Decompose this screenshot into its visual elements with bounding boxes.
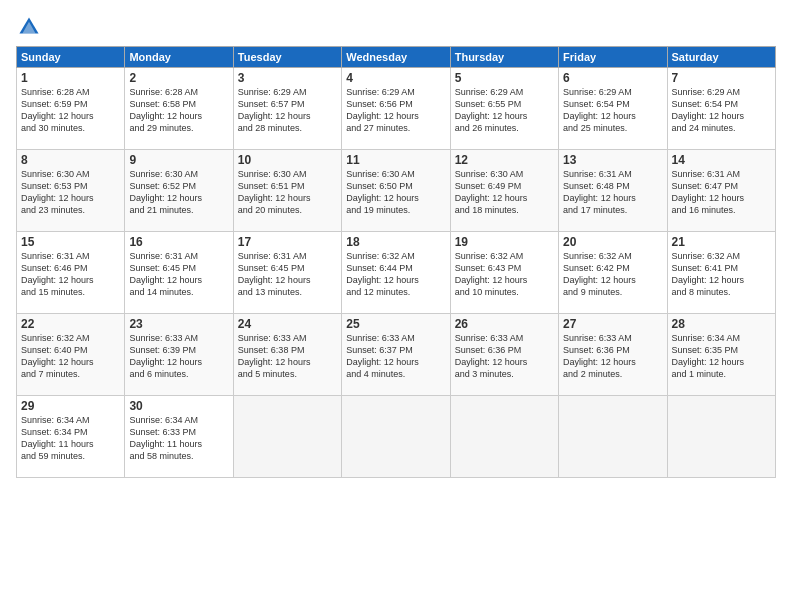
calendar-cell: 19 Sunrise: 6:32 AMSunset: 6:43 PMDaylig…	[450, 232, 558, 314]
calendar-cell: 30 Sunrise: 6:34 AMSunset: 6:33 PMDaylig…	[125, 396, 233, 478]
calendar-cell	[450, 396, 558, 478]
weekday-header-thursday: Thursday	[450, 47, 558, 68]
weekday-header-saturday: Saturday	[667, 47, 775, 68]
day-info: Sunrise: 6:29 AMSunset: 6:54 PMDaylight:…	[672, 86, 771, 135]
day-number: 14	[672, 153, 771, 167]
day-number: 13	[563, 153, 662, 167]
day-number: 7	[672, 71, 771, 85]
day-info: Sunrise: 6:29 AMSunset: 6:57 PMDaylight:…	[238, 86, 337, 135]
day-info: Sunrise: 6:33 AMSunset: 6:36 PMDaylight:…	[455, 332, 554, 381]
calendar-cell: 11 Sunrise: 6:30 AMSunset: 6:50 PMDaylig…	[342, 150, 450, 232]
day-number: 17	[238, 235, 337, 249]
day-number: 12	[455, 153, 554, 167]
day-number: 15	[21, 235, 120, 249]
calendar-cell: 21 Sunrise: 6:32 AMSunset: 6:41 PMDaylig…	[667, 232, 775, 314]
calendar-cell: 8 Sunrise: 6:30 AMSunset: 6:53 PMDayligh…	[17, 150, 125, 232]
day-number: 4	[346, 71, 445, 85]
day-info: Sunrise: 6:29 AMSunset: 6:55 PMDaylight:…	[455, 86, 554, 135]
day-number: 21	[672, 235, 771, 249]
day-number: 8	[21, 153, 120, 167]
day-info: Sunrise: 6:30 AMSunset: 6:51 PMDaylight:…	[238, 168, 337, 217]
calendar-cell: 18 Sunrise: 6:32 AMSunset: 6:44 PMDaylig…	[342, 232, 450, 314]
calendar-week-row: 1 Sunrise: 6:28 AMSunset: 6:59 PMDayligh…	[17, 68, 776, 150]
day-number: 19	[455, 235, 554, 249]
day-info: Sunrise: 6:30 AMSunset: 6:49 PMDaylight:…	[455, 168, 554, 217]
calendar-cell	[342, 396, 450, 478]
weekday-header-tuesday: Tuesday	[233, 47, 341, 68]
page: SundayMondayTuesdayWednesdayThursdayFrid…	[0, 0, 792, 612]
day-number: 22	[21, 317, 120, 331]
day-number: 29	[21, 399, 120, 413]
calendar-cell	[559, 396, 667, 478]
day-info: Sunrise: 6:33 AMSunset: 6:38 PMDaylight:…	[238, 332, 337, 381]
calendar-week-row: 15 Sunrise: 6:31 AMSunset: 6:46 PMDaylig…	[17, 232, 776, 314]
calendar-cell: 29 Sunrise: 6:34 AMSunset: 6:34 PMDaylig…	[17, 396, 125, 478]
day-number: 5	[455, 71, 554, 85]
day-info: Sunrise: 6:31 AMSunset: 6:45 PMDaylight:…	[129, 250, 228, 299]
day-info: Sunrise: 6:28 AMSunset: 6:59 PMDaylight:…	[21, 86, 120, 135]
calendar-cell: 14 Sunrise: 6:31 AMSunset: 6:47 PMDaylig…	[667, 150, 775, 232]
day-number: 11	[346, 153, 445, 167]
calendar-cell: 2 Sunrise: 6:28 AMSunset: 6:58 PMDayligh…	[125, 68, 233, 150]
calendar-cell: 25 Sunrise: 6:33 AMSunset: 6:37 PMDaylig…	[342, 314, 450, 396]
day-info: Sunrise: 6:32 AMSunset: 6:42 PMDaylight:…	[563, 250, 662, 299]
logo	[16, 16, 44, 38]
day-info: Sunrise: 6:34 AMSunset: 6:35 PMDaylight:…	[672, 332, 771, 381]
calendar-cell: 15 Sunrise: 6:31 AMSunset: 6:46 PMDaylig…	[17, 232, 125, 314]
day-info: Sunrise: 6:28 AMSunset: 6:58 PMDaylight:…	[129, 86, 228, 135]
day-info: Sunrise: 6:30 AMSunset: 6:53 PMDaylight:…	[21, 168, 120, 217]
calendar-week-row: 8 Sunrise: 6:30 AMSunset: 6:53 PMDayligh…	[17, 150, 776, 232]
calendar-cell: 6 Sunrise: 6:29 AMSunset: 6:54 PMDayligh…	[559, 68, 667, 150]
calendar-cell	[233, 396, 341, 478]
day-number: 28	[672, 317, 771, 331]
calendar-cell: 22 Sunrise: 6:32 AMSunset: 6:40 PMDaylig…	[17, 314, 125, 396]
day-number: 30	[129, 399, 228, 413]
calendar-cell: 7 Sunrise: 6:29 AMSunset: 6:54 PMDayligh…	[667, 68, 775, 150]
weekday-header-wednesday: Wednesday	[342, 47, 450, 68]
calendar-cell: 3 Sunrise: 6:29 AMSunset: 6:57 PMDayligh…	[233, 68, 341, 150]
calendar-cell: 24 Sunrise: 6:33 AMSunset: 6:38 PMDaylig…	[233, 314, 341, 396]
day-info: Sunrise: 6:30 AMSunset: 6:52 PMDaylight:…	[129, 168, 228, 217]
calendar-cell: 16 Sunrise: 6:31 AMSunset: 6:45 PMDaylig…	[125, 232, 233, 314]
day-info: Sunrise: 6:32 AMSunset: 6:40 PMDaylight:…	[21, 332, 120, 381]
weekday-header-sunday: Sunday	[17, 47, 125, 68]
calendar-cell: 26 Sunrise: 6:33 AMSunset: 6:36 PMDaylig…	[450, 314, 558, 396]
calendar-cell: 5 Sunrise: 6:29 AMSunset: 6:55 PMDayligh…	[450, 68, 558, 150]
calendar-cell: 13 Sunrise: 6:31 AMSunset: 6:48 PMDaylig…	[559, 150, 667, 232]
calendar-cell: 1 Sunrise: 6:28 AMSunset: 6:59 PMDayligh…	[17, 68, 125, 150]
logo-icon	[18, 16, 40, 38]
day-number: 16	[129, 235, 228, 249]
day-number: 2	[129, 71, 228, 85]
calendar-cell: 20 Sunrise: 6:32 AMSunset: 6:42 PMDaylig…	[559, 232, 667, 314]
day-number: 20	[563, 235, 662, 249]
calendar-cell: 9 Sunrise: 6:30 AMSunset: 6:52 PMDayligh…	[125, 150, 233, 232]
day-number: 9	[129, 153, 228, 167]
day-info: Sunrise: 6:33 AMSunset: 6:36 PMDaylight:…	[563, 332, 662, 381]
day-info: Sunrise: 6:34 AMSunset: 6:33 PMDaylight:…	[129, 414, 228, 463]
calendar-cell: 23 Sunrise: 6:33 AMSunset: 6:39 PMDaylig…	[125, 314, 233, 396]
day-number: 26	[455, 317, 554, 331]
day-number: 3	[238, 71, 337, 85]
calendar-cell: 4 Sunrise: 6:29 AMSunset: 6:56 PMDayligh…	[342, 68, 450, 150]
calendar-cell: 12 Sunrise: 6:30 AMSunset: 6:49 PMDaylig…	[450, 150, 558, 232]
day-info: Sunrise: 6:33 AMSunset: 6:39 PMDaylight:…	[129, 332, 228, 381]
day-info: Sunrise: 6:31 AMSunset: 6:47 PMDaylight:…	[672, 168, 771, 217]
weekday-header-friday: Friday	[559, 47, 667, 68]
day-info: Sunrise: 6:32 AMSunset: 6:43 PMDaylight:…	[455, 250, 554, 299]
day-number: 27	[563, 317, 662, 331]
day-info: Sunrise: 6:29 AMSunset: 6:56 PMDaylight:…	[346, 86, 445, 135]
day-number: 18	[346, 235, 445, 249]
day-number: 10	[238, 153, 337, 167]
day-number: 6	[563, 71, 662, 85]
calendar-week-row: 22 Sunrise: 6:32 AMSunset: 6:40 PMDaylig…	[17, 314, 776, 396]
day-number: 23	[129, 317, 228, 331]
day-info: Sunrise: 6:31 AMSunset: 6:48 PMDaylight:…	[563, 168, 662, 217]
day-info: Sunrise: 6:31 AMSunset: 6:46 PMDaylight:…	[21, 250, 120, 299]
day-info: Sunrise: 6:33 AMSunset: 6:37 PMDaylight:…	[346, 332, 445, 381]
calendar-week-row: 29 Sunrise: 6:34 AMSunset: 6:34 PMDaylig…	[17, 396, 776, 478]
day-number: 25	[346, 317, 445, 331]
day-info: Sunrise: 6:30 AMSunset: 6:50 PMDaylight:…	[346, 168, 445, 217]
day-info: Sunrise: 6:32 AMSunset: 6:41 PMDaylight:…	[672, 250, 771, 299]
day-info: Sunrise: 6:29 AMSunset: 6:54 PMDaylight:…	[563, 86, 662, 135]
weekday-header-row: SundayMondayTuesdayWednesdayThursdayFrid…	[17, 47, 776, 68]
